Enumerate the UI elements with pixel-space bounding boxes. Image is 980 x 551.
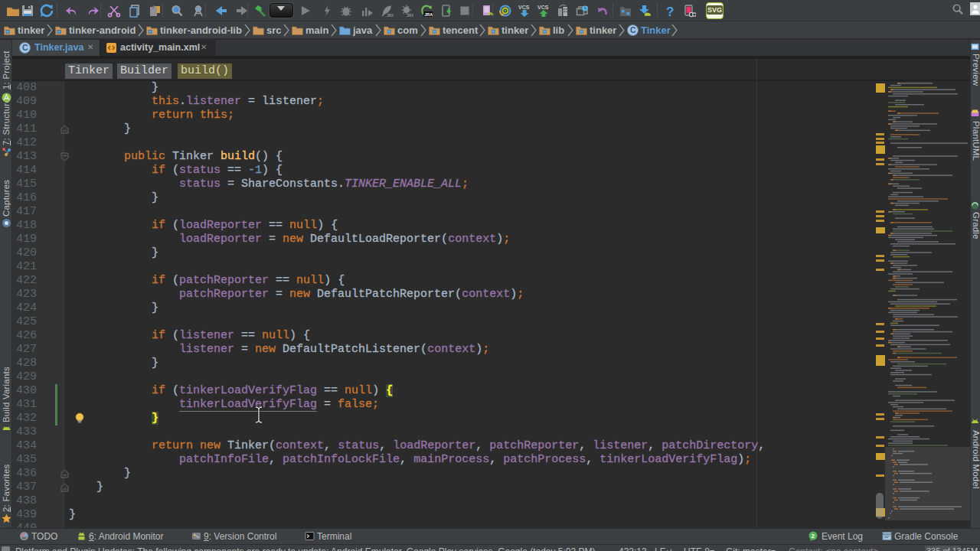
svg-text:2: 2 [812, 533, 815, 540]
